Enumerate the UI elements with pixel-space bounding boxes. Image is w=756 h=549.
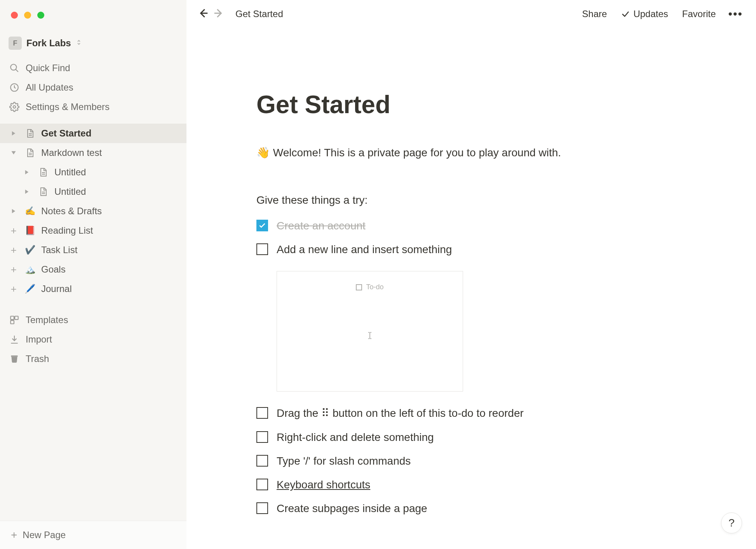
sidebar-page-label: Task List [41, 245, 77, 255]
window-zoom-button[interactable] [37, 12, 44, 19]
page-doc-icon [24, 148, 36, 157]
todo-text[interactable]: Create subpages inside a page [277, 501, 427, 516]
todo-item[interactable]: Right-click and delete something [256, 430, 699, 445]
todo-checkbox[interactable] [256, 407, 268, 419]
todo-item[interactable]: Add a new line and insert something [256, 242, 699, 257]
chevron-right-icon[interactable] [22, 189, 32, 194]
plus-icon[interactable]: + [9, 245, 19, 255]
sidebar-page-label: Get Started [41, 128, 91, 139]
favorite-button[interactable]: Favorite [678, 7, 720, 21]
more-menu-button[interactable]: ••• [726, 7, 745, 21]
updates-label: Updates [633, 9, 668, 19]
download-icon [9, 334, 20, 344]
window-minimize-button[interactable] [24, 12, 31, 19]
todo-item[interactable]: Type '/' for slash commands [256, 453, 699, 469]
sidebar-trash[interactable]: Trash [0, 349, 186, 369]
search-icon [9, 63, 20, 73]
mini-checkbox-icon [356, 284, 362, 290]
page-intro[interactable]: 👋 Welcome! This is a private page for yo… [256, 146, 699, 159]
workspace-icon: F [9, 37, 22, 50]
gear-icon [9, 102, 20, 112]
todo-item[interactable]: Create an account [256, 218, 699, 233]
todo-item[interactable]: Drag the ⠿ button on the left of this to… [256, 406, 699, 421]
page-intro-text: Welcome! This is a private page for you … [273, 147, 561, 159]
sidebar-templates-label: Templates [26, 315, 68, 325]
sidebar-page-get_started[interactable]: Get Started [0, 124, 186, 143]
clock-icon [9, 82, 20, 93]
sidebar-quick-find[interactable]: Quick Find [0, 58, 186, 78]
help-fab[interactable]: ? [721, 512, 742, 533]
sidebar-page-untitled2[interactable]: Untitled [0, 182, 186, 201]
sidebar-pages: Get StartedMarkdown testUntitledUntitled… [0, 124, 186, 299]
page-subhead[interactable]: Give these things a try: [256, 194, 699, 206]
todo-text[interactable]: Keyboard shortcuts [277, 477, 370, 492]
updates-button[interactable]: Updates [617, 7, 672, 21]
chevron-right-icon[interactable] [9, 131, 19, 136]
nav-forward-button[interactable] [213, 7, 225, 21]
trash-icon [9, 354, 20, 364]
main-area: Get Started Share Updates Favorite ••• G… [186, 0, 756, 549]
window-traffic-lights [11, 12, 44, 19]
workspace-name: Fork Labs [26, 38, 71, 49]
sidebar-page-goals[interactable]: +🏔️Goals [0, 260, 186, 279]
share-button[interactable]: Share [578, 7, 611, 21]
chevron-down-icon[interactable] [9, 150, 19, 156]
page-doc-icon [37, 187, 49, 196]
window-close-button[interactable] [11, 12, 18, 19]
checkmark-icon [621, 9, 630, 19]
topbar: Get Started Share Updates Favorite ••• [186, 0, 756, 28]
todo-item[interactable]: Create subpages inside a page [256, 501, 699, 516]
sidebar-page-tasks[interactable]: +✔️Task List [0, 240, 186, 260]
page-emoji-icon: 🖊️ [24, 284, 36, 294]
sidebar-settings[interactable]: Settings & Members [0, 97, 186, 117]
sidebar: F Fork Labs Quick Find All Updates [0, 0, 186, 549]
todo-text[interactable]: Add a new line and insert something [277, 242, 452, 257]
sidebar-page-label: Markdown test [41, 147, 102, 158]
page-title[interactable]: Get Started [256, 90, 699, 119]
workspace-switcher[interactable]: F Fork Labs [0, 34, 186, 57]
chevron-right-icon[interactable] [9, 208, 19, 214]
todo-text[interactable]: Drag the ⠿ button on the left of this to… [277, 406, 524, 421]
todo-checkbox[interactable] [256, 502, 268, 514]
plus-icon[interactable]: + [9, 264, 19, 274]
page-emoji-icon: ✔️ [24, 245, 36, 255]
plus-icon[interactable]: + [9, 226, 19, 236]
sidebar-quick-find-label: Quick Find [26, 63, 70, 73]
chevron-right-icon[interactable] [22, 170, 32, 175]
todo-checkbox[interactable] [256, 455, 268, 467]
page-doc-icon [24, 129, 36, 138]
todo-list: Create an accountAdd a new line and inse… [256, 218, 699, 516]
sidebar-page-journal[interactable]: +🖊️Journal [0, 279, 186, 299]
todo-checkbox[interactable] [256, 220, 268, 231]
sidebar-page-untitled1[interactable]: Untitled [0, 163, 186, 182]
new-page-label: New Page [23, 530, 66, 540]
sidebar-page-reading[interactable]: +📕Reading List [0, 221, 186, 240]
sidebar-templates[interactable]: Templates [0, 310, 186, 330]
todo-item[interactable]: Keyboard shortcuts [256, 477, 699, 492]
todo-text[interactable]: Create an account [277, 218, 366, 233]
sidebar-page-label: Notes & Drafts [41, 206, 102, 217]
plus-icon[interactable]: + [9, 284, 19, 294]
sidebar-all-updates-label: All Updates [26, 82, 73, 93]
plus-icon: + [11, 529, 17, 541]
page-doc-icon [37, 168, 49, 177]
todo-text[interactable]: Right-click and delete something [277, 430, 434, 445]
breadcrumb[interactable]: Get Started [235, 9, 283, 19]
page-emoji-icon: 📕 [24, 226, 36, 236]
sidebar-import[interactable]: Import [0, 330, 186, 349]
todo-checkbox[interactable] [256, 243, 268, 255]
nav-back-button[interactable] [197, 7, 209, 21]
sidebar-all-updates[interactable]: All Updates [0, 78, 186, 97]
svg-rect-6 [10, 320, 14, 324]
todo-text[interactable]: Type '/' for slash commands [277, 453, 411, 469]
sidebar-import-label: Import [26, 334, 52, 345]
todo-checkbox[interactable] [256, 479, 268, 490]
sidebar-page-markdown[interactable]: Markdown test [0, 143, 186, 163]
text-cursor-icon [289, 291, 451, 379]
sidebar-page-label: Goals [41, 264, 66, 275]
sidebar-page-label: Untitled [54, 167, 86, 178]
new-page-button[interactable]: + New Page [0, 521, 186, 549]
todo-checkbox[interactable] [256, 431, 268, 443]
embed-label: To-do [366, 283, 383, 291]
sidebar-page-notes[interactable]: ✍️Notes & Drafts [0, 201, 186, 221]
